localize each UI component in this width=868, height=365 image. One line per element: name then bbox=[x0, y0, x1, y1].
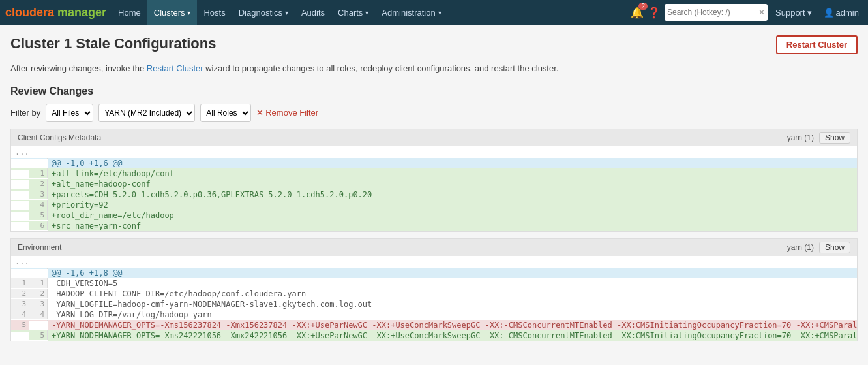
line-content-1-4: YARN_LOG_DIR=/var/log/hadoop-yarn bbox=[48, 309, 857, 320]
diff-show-button-0[interactable]: Show bbox=[819, 132, 850, 144]
line-num-left-0-3 bbox=[11, 189, 29, 191]
remove-filter-label: Remove Filter bbox=[265, 108, 318, 118]
page-title: Cluster 1 Stale Configurations bbox=[10, 35, 216, 52]
diff-container: Client Configs Metadatayarn (1)Show...@@… bbox=[10, 129, 858, 341]
nav-diagnostics-label: Diagnostics bbox=[239, 8, 282, 18]
line-num-left-1-5: 5 bbox=[11, 320, 29, 330]
diff-service-0: yarn (1) bbox=[787, 133, 814, 142]
diff-dots-0: ... bbox=[11, 146, 857, 158]
line-num-right-1-6: 5 bbox=[29, 330, 48, 340]
nav-diagnostics[interactable]: Diagnostics ▾ bbox=[232, 0, 295, 25]
line-num-right-1-0 bbox=[29, 268, 48, 269]
diff-line-1-5: 5-YARN_NODEMANAGER_OPTS=-Xms156237824 -X… bbox=[11, 320, 857, 330]
notification-badge[interactable]: 🔔 2 bbox=[631, 7, 644, 19]
line-content-0-4: +priority=92 bbox=[48, 200, 857, 210]
support-dropdown-icon: ▾ bbox=[807, 8, 812, 18]
line-num-left-1-6 bbox=[11, 330, 29, 332]
support-label: Support bbox=[775, 8, 805, 18]
diff-line-0-3: 3+parcels=CDH-5.2.0-1.cdh5.2.0.p0.36,GPL… bbox=[11, 189, 857, 200]
diff-line-0-1: 1+alt_link=/etc/hadoop/conf bbox=[11, 168, 857, 179]
filter-files-select[interactable]: All Files bbox=[46, 104, 93, 122]
charts-dropdown-icon: ▾ bbox=[365, 9, 368, 16]
diff-header-title-1: Environment bbox=[18, 243, 61, 252]
search-input[interactable] bbox=[667, 8, 758, 17]
line-content-0-0: @@ -1,0 +1,6 @@ bbox=[48, 158, 857, 168]
line-num-left-1-2: 2 bbox=[11, 289, 29, 298]
diff-line-1-2: 22 HADOOP_CLIENT_CONF_DIR=/etc/hadoop/co… bbox=[11, 289, 857, 299]
line-content-0-3: +parcels=CDH-5.2.0-1.cdh5.2.0.p0.36,GPLE… bbox=[48, 189, 857, 200]
nav-charts-label: Charts bbox=[338, 8, 363, 18]
nav-administration[interactable]: Administration ▾ bbox=[375, 0, 447, 25]
diff-body-1: ...@@ -1,6 +1,8 @@11 CDH_VERSION=522 HAD… bbox=[11, 256, 857, 341]
diff-line-0-5: 5+root_dir_name=/etc/hadoop bbox=[11, 210, 857, 221]
diff-header-title-0: Client Configs Metadata bbox=[18, 133, 101, 142]
page-header-row: Cluster 1 Stale Configurations Restart C… bbox=[10, 35, 858, 54]
line-num-right-0-4: 4 bbox=[29, 200, 48, 210]
diff-dots-1: ... bbox=[11, 256, 857, 268]
diff-section-1: Environmentyarn (1)Show...@@ -1,6 +1,8 @… bbox=[10, 238, 858, 341]
brand-text: cloudera manager bbox=[5, 6, 106, 20]
line-content-0-6: +src_name=yarn-conf bbox=[48, 221, 857, 231]
diff-line-0-2: 2+alt_name=hadoop-conf bbox=[11, 179, 857, 189]
nav-clusters-label: Clusters bbox=[154, 8, 185, 18]
line-content-1-5: -YARN_NODEMANAGER_OPTS=-Xms156237824 -Xm… bbox=[48, 320, 857, 330]
diff-header-right-1: yarn (1)Show bbox=[787, 242, 850, 253]
line-num-left-0-6 bbox=[11, 221, 29, 222]
line-num-left-1-3: 3 bbox=[11, 299, 29, 309]
nav-hosts[interactable]: Hosts bbox=[197, 0, 232, 25]
nav-charts[interactable]: Charts ▾ bbox=[331, 0, 375, 25]
main-content: Cluster 1 Stale Configurations Restart C… bbox=[0, 25, 868, 341]
line-num-left-1-1: 1 bbox=[11, 278, 29, 288]
line-content-1-3: YARN_LOGFILE=hadoop-cmf-yarn-NODEMANAGER… bbox=[48, 299, 857, 309]
line-content-0-5: +root_dir_name=/etc/hadoop bbox=[48, 210, 857, 221]
nav-menu: Home Clusters ▾ Hosts Diagnostics ▾ Audi… bbox=[112, 0, 631, 25]
line-num-left-1-0 bbox=[11, 268, 29, 269]
line-num-right-1-1: 1 bbox=[29, 278, 48, 288]
line-content-1-1: CDH_VERSION=5 bbox=[48, 278, 857, 289]
search-clear-icon[interactable]: ✕ bbox=[758, 8, 765, 17]
search-box: ✕ bbox=[665, 4, 768, 21]
diff-header-0: Client Configs Metadatayarn (1)Show bbox=[11, 129, 857, 146]
filter-roles-select[interactable]: All Roles bbox=[200, 104, 251, 122]
diagnostics-dropdown-icon: ▾ bbox=[285, 9, 288, 16]
navbar-right: 🔔 2 ❓ ✕ Support ▾ 👤 admin bbox=[631, 4, 863, 21]
line-num-right-1-2: 2 bbox=[29, 289, 48, 298]
line-num-left-0-1 bbox=[11, 168, 29, 170]
diff-line-0-4: 4+priority=92 bbox=[11, 200, 857, 210]
diff-line-0-6: 6+src_name=yarn-conf bbox=[11, 221, 857, 231]
nav-home[interactable]: Home bbox=[112, 0, 147, 25]
line-num-left-0-4 bbox=[11, 200, 29, 201]
nav-audits[interactable]: Audits bbox=[295, 0, 331, 25]
line-content-0-2: +alt_name=hadoop-conf bbox=[48, 179, 857, 189]
line-num-left-0-2 bbox=[11, 179, 29, 180]
diff-line-0-0: @@ -1,0 +1,6 @@ bbox=[11, 158, 857, 168]
remove-filter-x-icon: ✕ bbox=[256, 108, 263, 118]
remove-filter-link[interactable]: ✕ Remove Filter bbox=[256, 108, 318, 118]
line-num-left-0-5 bbox=[11, 210, 29, 212]
help-icon[interactable]: ❓ bbox=[648, 7, 661, 19]
line-content-1-2: HADOOP_CLIENT_CONF_DIR=/etc/hadoop/conf.… bbox=[48, 289, 857, 299]
intro-paragraph: After reviewing changes, invoke the Rest… bbox=[10, 62, 858, 75]
support-button[interactable]: Support ▾ bbox=[771, 8, 816, 18]
line-num-right-1-5 bbox=[29, 320, 48, 321]
diff-line-1-0: @@ -1,6 +1,8 @@ bbox=[11, 268, 857, 278]
admin-button[interactable]: 👤 admin bbox=[820, 8, 863, 18]
filter-service-select[interactable]: YARN (MR2 Included) bbox=[98, 104, 195, 122]
navbar: cloudera manager Home Clusters ▾ Hosts D… bbox=[0, 0, 868, 25]
brand-logo[interactable]: cloudera manager bbox=[5, 6, 106, 20]
intro-text-after: wizard to propagate changes to all roles… bbox=[205, 63, 558, 73]
nav-administration-label: Administration bbox=[382, 8, 435, 18]
line-num-right-0-5: 5 bbox=[29, 210, 48, 220]
diff-line-1-1: 11 CDH_VERSION=5 bbox=[11, 278, 857, 289]
badge-count: 2 bbox=[638, 3, 648, 10]
administration-dropdown-icon: ▾ bbox=[438, 9, 441, 16]
filter-by-label: Filter by bbox=[10, 108, 40, 118]
filter-row: Filter by All Files YARN (MR2 Included) … bbox=[10, 104, 858, 122]
nav-clusters[interactable]: Clusters ▾ bbox=[147, 0, 198, 25]
restart-cluster-button[interactable]: Restart Cluster bbox=[776, 35, 858, 54]
diff-header-1: Environmentyarn (1)Show bbox=[11, 239, 857, 256]
diff-show-button-1[interactable]: Show bbox=[819, 242, 850, 253]
admin-user-icon: 👤 bbox=[824, 8, 834, 18]
diff-header-right-0: yarn (1)Show bbox=[787, 132, 850, 144]
restart-cluster-link[interactable]: Restart Cluster bbox=[147, 63, 203, 73]
